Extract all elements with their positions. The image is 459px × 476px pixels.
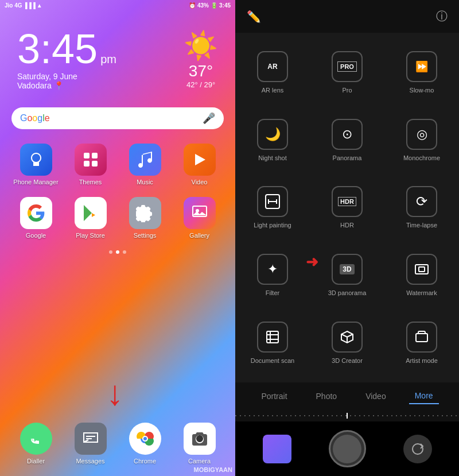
mode-3d-panorama[interactable]: 3D 3D panorama [310,241,384,309]
slow-mo-icon: ⏩ [406,51,437,82]
down-arrow: ↓ [106,373,123,413]
mode-slow-mo[interactable]: ⏩ Slow-mo [384,38,459,106]
3d-creator-icon [332,322,363,353]
clock-time: 3:45 [17,28,98,69]
camera-controls [235,421,459,476]
music-icon [129,144,161,176]
camera-switch-button[interactable] [403,435,432,463]
mode-label: 3D panorama [328,289,367,296]
mode-label: Pro [342,87,352,94]
svg-rect-17 [415,265,428,274]
wifi-icon: ▲ [37,2,42,9]
app-label: Music [137,179,153,185]
mode-label: 3D Creator [332,357,363,364]
monochrome-icon: ◎ [406,119,437,150]
app-video[interactable]: Video [175,144,224,185]
camera-thumbnail[interactable] [263,435,291,463]
dock-chrome[interactable]: Chrome [120,423,169,465]
info-icon[interactable]: ⓘ [436,9,448,24]
artist-mode-icon [406,322,437,353]
mode-monochrome[interactable]: ◎ Monochrome [384,106,459,174]
svg-rect-18 [419,267,425,272]
app-label: Play Store [76,232,105,239]
google-search-bar[interactable]: Google 🎤 [11,107,224,129]
document-scan-icon [257,322,288,353]
mic-icon[interactable]: 🎤 [203,112,215,125]
app-gallery[interactable]: Gallery [175,197,224,239]
app-phone-manager[interactable]: Phone Manager [11,144,60,185]
mode-label: Document scan [251,357,294,364]
mode-label: Watermark [406,289,437,296]
weather-range: 42° / 29° [184,80,218,89]
dock-dialler[interactable]: Dialler [11,423,60,465]
status-left: Jio 4G ▐▐▐ ▲ [5,2,42,9]
mode-panorama[interactable]: ⊙ Panorama [310,106,384,174]
app-label: Gallery [189,232,209,239]
status-right: ⏰ 43% 🔋 3:45 [189,2,231,9]
tab-photo[interactable]: Photo [310,389,343,404]
app-settings[interactable]: Settings [120,197,169,239]
camera-modes-grid: AR AR lens PRO Pro ⏩ Slow-mo 🌙 Night sho… [235,33,459,382]
mode-label: HDR [340,222,354,229]
battery-icon: 🔋 [211,2,217,9]
svg-rect-3 [92,161,98,167]
mode-3d-creator[interactable]: 3D Creator [310,309,384,377]
svg-rect-2 [84,161,90,167]
app-label: Google [26,232,46,239]
app-themes[interactable]: Themes [66,144,115,185]
mode-hdr[interactable]: HDR HDR [310,174,384,242]
mode-label: Time-lapse [406,222,437,229]
filter-icon: ✦ [257,254,288,285]
edit-icon[interactable]: ✏️ [247,10,261,24]
dock-camera[interactable]: Camera [175,423,224,465]
google-icon [20,197,52,229]
weather-icon: ☀️ [184,30,218,62]
light-painting-icon [257,186,288,217]
watermark-mode-icon [406,254,437,285]
mode-filter[interactable]: ✦ Filter ➜ [235,241,310,309]
mode-time-lapse[interactable]: ⟳ Time-lapse [384,174,459,242]
clock-area: 3:45 pm Saturday, 9 June Vadodara 📍 ☀️ 3… [0,11,235,96]
video-icon [184,144,216,176]
panorama-icon: ⊙ [332,119,363,150]
svg-rect-24 [416,334,427,342]
mode-ar-lens[interactable]: AR AR lens [235,38,310,106]
3d-panorama-icon: 3D [332,254,363,285]
ar-lens-icon: AR [257,51,288,82]
weather-widget: ☀️ 37° 42° / 29° [184,30,218,89]
camera-top-bar: ✏️ ⓘ [235,0,459,33]
mode-label: Filter [266,289,279,296]
battery-label: 43% [197,2,209,9]
mode-night-shot[interactable]: 🌙 Night shot [235,106,310,174]
app-google[interactable]: Google [11,197,60,239]
dot-3 [123,250,126,254]
clock-ampm: pm [100,53,116,66]
gallery-icon [184,197,216,229]
google-logo: Google [20,113,50,123]
svg-rect-0 [84,153,90,158]
dock-messages[interactable]: Messages [66,423,115,465]
chrome-icon [129,423,161,455]
ruler-center-marker [347,413,348,419]
svg-marker-4 [195,154,205,165]
app-music[interactable]: Music [120,144,169,185]
alarm-icon: ⏰ [189,2,196,9]
mode-pro[interactable]: PRO Pro [310,38,384,106]
weather-temp: 37° [184,62,218,80]
mode-label: Artist mode [406,357,438,364]
mode-document-scan[interactable]: Document scan [235,309,310,377]
app-playstore[interactable]: Play Store [66,197,115,239]
app-label: Dialler [27,458,45,465]
phone-manager-icon [20,144,52,176]
mode-artist-mode[interactable]: Artist mode [384,309,459,377]
mode-light-painting[interactable]: Light painting [235,174,310,242]
camera-shutter-button[interactable] [329,430,366,467]
tab-more[interactable]: More [409,388,439,404]
app-label: Settings [134,232,157,239]
pro-icon: PRO [332,51,363,82]
tab-video[interactable]: Video [360,389,392,404]
clock-date: Saturday, 9 June [17,72,116,81]
signal-bars: ▐▐▐ [24,2,36,9]
tab-portrait[interactable]: Portrait [255,389,293,404]
mode-watermark[interactable]: Watermark [384,241,459,309]
